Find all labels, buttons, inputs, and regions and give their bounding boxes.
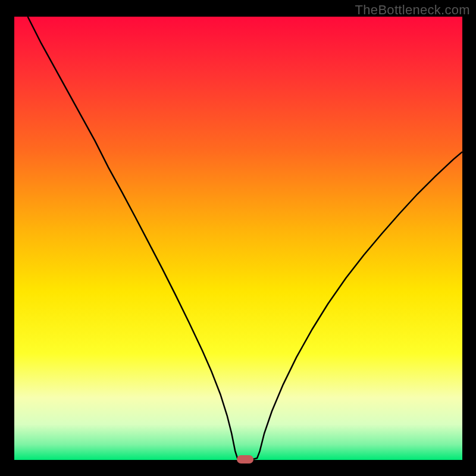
watermark-text: TheBottleneck.com — [355, 2, 470, 18]
plot-background — [14, 17, 462, 460]
chart-frame: TheBottleneck.com — [0, 0, 476, 476]
bottleneck-chart — [0, 0, 476, 476]
optimal-marker — [237, 455, 253, 464]
